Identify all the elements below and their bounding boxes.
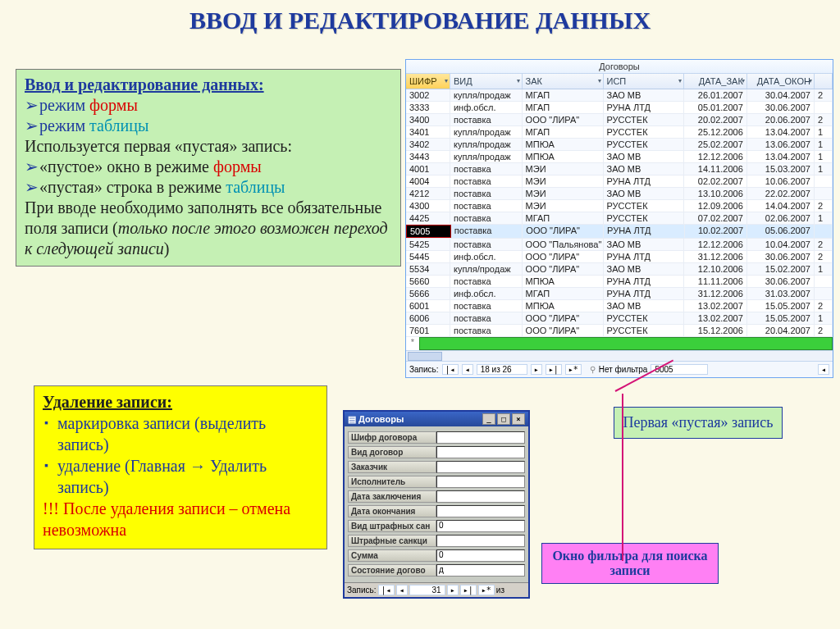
table-row[interactable]: 3401купля/продажМГАПРУССТЕК25.12.200613.… xyxy=(406,126,833,139)
nav-next-button[interactable]: ▸ xyxy=(447,585,459,595)
cell: 13.10.2006 xyxy=(684,188,746,199)
field-label: Шифр договора xyxy=(348,431,436,444)
field-input[interactable] xyxy=(436,476,525,488)
cell: ЗАО МВ xyxy=(604,188,685,199)
table-row[interactable]: 3002купля/продажМГАПЗАО МВ26.01.200730.0… xyxy=(406,89,833,102)
form-field: Состояние договод xyxy=(348,564,525,577)
cell: поставка xyxy=(450,276,523,287)
h-scrollbar[interactable] xyxy=(406,350,833,361)
field-label: Состояние догово xyxy=(348,564,436,577)
cell: МЭИ xyxy=(523,200,604,212)
cell: 4300 xyxy=(406,200,450,212)
nav-first-button[interactable]: |◂ xyxy=(378,585,395,595)
field-input[interactable] xyxy=(436,431,525,444)
cell: ЗАО МВ xyxy=(604,163,685,175)
box1-b4: «пустая» строка в режиме таблицы xyxy=(25,177,392,198)
cell: 25.12.2006 xyxy=(684,126,746,138)
nav-next-button[interactable]: ▸ xyxy=(531,364,542,375)
cell: поставка xyxy=(451,225,523,238)
cell: 1 xyxy=(815,151,833,162)
callout-filter: Окно фильтра для поиска записи xyxy=(541,543,719,584)
cell: МГАП xyxy=(523,288,604,299)
col-header[interactable]: ВИД▾ xyxy=(450,74,523,89)
field-input[interactable]: 0 xyxy=(436,520,525,532)
table-row[interactable]: 5445инф.обсл.ООО "ЛИРА"РУНА ЛТД31.12.200… xyxy=(406,251,833,263)
table-row[interactable]: 5005поставкаООО "ЛИРА"РУНА ЛТД10.02.2007… xyxy=(406,225,833,239)
cell: 10.04.2007 xyxy=(747,239,815,250)
nav-prev-button[interactable]: ◂ xyxy=(396,585,408,595)
table-row[interactable]: 3400поставкаООО "ЛИРА"РУССТЕК20.02.20072… xyxy=(406,114,833,126)
col-header[interactable]: ЗАК▾ xyxy=(523,74,604,89)
table-row[interactable]: 6001поставкаМПЮАЗАО МВ13.02.200715.05.20… xyxy=(406,300,833,312)
cell: 12.09.2006 xyxy=(684,200,746,212)
nav-last-button[interactable]: ▸| xyxy=(546,364,562,375)
cell: РУССТЕК xyxy=(604,212,685,224)
table-row[interactable]: 3402купля/продажМПЮАРУССТЕК25.02.200713.… xyxy=(406,139,833,151)
col-header[interactable]: ИСП▾ xyxy=(604,74,685,89)
cell: 1 xyxy=(815,139,833,150)
nav-new-button[interactable]: ▸* xyxy=(478,585,495,595)
field-input[interactable]: 0 xyxy=(436,549,525,562)
box1-b1: режим формы xyxy=(25,95,392,116)
table-row[interactable]: 5425поставкаООО "Пальянова"ЗАО МВ12.12.2… xyxy=(406,239,833,251)
cell: ООО "ЛИРА" xyxy=(523,263,604,275)
maximize-button[interactable]: □ xyxy=(497,413,510,425)
field-label: Вид штрафных сан xyxy=(348,520,436,532)
nav-last-button[interactable]: ▸| xyxy=(460,585,477,595)
cell: поставка xyxy=(450,300,523,312)
table-row[interactable]: 5534купля/продажООО "ЛИРА"ЗАО МВ12.10.20… xyxy=(406,263,833,276)
minimize-button[interactable]: _ xyxy=(482,413,495,425)
table-row[interactable]: 5666инф.обсл.МГАПРУНА ЛТД31.12.200631.03… xyxy=(406,288,833,300)
cell xyxy=(815,225,833,238)
connector-line xyxy=(622,541,623,561)
table-row[interactable]: 3333инф.обсл.МГАПРУНА ЛТД05.01.200730.06… xyxy=(406,102,833,114)
cell: купля/продаж xyxy=(450,126,523,138)
nav-pos[interactable]: 31 xyxy=(409,585,445,595)
box2-header: Удаление записи: xyxy=(43,391,318,412)
cell: инф.обсл. xyxy=(450,102,523,113)
table-row[interactable]: 4001поставкаМЭИЗАО МВ14.11.200615.03.200… xyxy=(406,163,833,175)
new-record-row[interactable]: * xyxy=(406,337,833,350)
cell: 30.06.2007 xyxy=(747,251,815,262)
cell: 2 xyxy=(815,114,833,125)
field-input[interactable] xyxy=(436,490,525,503)
box2-warn: !!! После удаления записи – отмена невоз… xyxy=(43,498,318,540)
table-row[interactable]: 3443купля/продажМПЮАЗАО МВ12.12.200613.0… xyxy=(406,151,833,163)
table-row[interactable]: 5660поставкаМПЮАРУНА ЛТД11.11.200630.06.… xyxy=(406,276,833,288)
box1-header: Ввод и редактирование данных: xyxy=(25,75,392,95)
cell: 15.03.2007 xyxy=(747,163,815,175)
table-row[interactable]: 4004поставкаМЭИРУНА ЛТД02.02.200710.06.2… xyxy=(406,175,833,188)
table-row[interactable]: 4300поставкаМЭИРУССТЕК12.09.200614.04.20… xyxy=(406,200,833,212)
table-row[interactable]: 4212поставкаМЭИЗАО МВ13.10.200622.02.200… xyxy=(406,188,833,200)
nav-prev-button[interactable]: ◂ xyxy=(462,364,473,375)
table-row[interactable]: 6006поставкаООО "ЛИРА"РУССТЕК13.02.20071… xyxy=(406,312,833,325)
cell: 3401 xyxy=(406,126,450,138)
cell: купля/продаж xyxy=(450,151,523,162)
cell: РУССТЕК xyxy=(604,200,685,212)
nav-first-button[interactable]: |◂ xyxy=(442,364,459,375)
field-input[interactable]: д xyxy=(436,564,525,577)
field-input[interactable] xyxy=(436,535,525,547)
field-input[interactable] xyxy=(436,446,525,458)
cell: 4001 xyxy=(406,163,450,175)
cell: РУССТЕК xyxy=(604,126,685,138)
nav-new-button[interactable]: ▸* xyxy=(565,364,582,375)
field-input[interactable] xyxy=(436,461,525,473)
cell: 31.12.2006 xyxy=(684,288,746,299)
nav-pos[interactable]: 18 из 26 xyxy=(477,364,527,375)
form-field: Вид договор xyxy=(348,446,525,458)
cell: 22.02.2007 xyxy=(747,188,815,199)
cell: 15.05.2007 xyxy=(747,312,815,324)
cell xyxy=(815,102,833,113)
col-header[interactable]: ДАТА_ОКОН▾ xyxy=(747,74,815,89)
col-header[interactable]: ДАТА_ЗАК▾ xyxy=(684,74,746,89)
footer-left-icon[interactable]: ◂ xyxy=(818,364,829,375)
table-row[interactable]: 4425поставкаМГАПРУССТЕК07.02.200702.06.2… xyxy=(406,212,833,225)
field-input[interactable] xyxy=(436,505,525,517)
cell: 3443 xyxy=(406,151,450,162)
table-row[interactable]: 7601поставкаООО "ЛИРА"РУССТЕК15.12.20062… xyxy=(406,325,833,337)
close-button[interactable]: × xyxy=(512,413,525,425)
col-header[interactable]: ШИФР▾ xyxy=(406,74,450,89)
cell: поставка xyxy=(450,200,523,212)
filter-icon: ⚲ xyxy=(590,365,596,374)
